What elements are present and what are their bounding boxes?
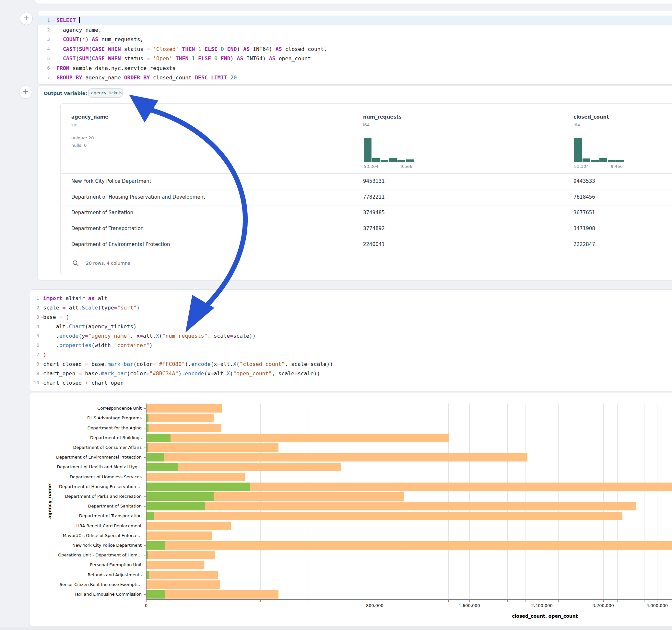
table-cell: New York City Police Department (71, 178, 151, 184)
gridline (507, 404, 508, 599)
table-cell: Department of Sanitation (71, 210, 133, 216)
y-tick (144, 585, 146, 585)
y-tick (144, 477, 146, 477)
x-tick (670, 600, 670, 602)
x-tick (574, 600, 574, 602)
table-cell: Department of Transportation (71, 225, 144, 232)
sql-editor[interactable]: 1⌄SELECT 2 agency_name,3 COUNT(*) AS num… (38, 15, 672, 83)
add-cell-button-top[interactable]: + (20, 12, 33, 25)
y-tick (144, 565, 146, 565)
x-tick (308, 600, 308, 602)
chart-cell: Correspondence UnitDHS Advantage Program… (29, 393, 672, 626)
altair-chart[interactable]: Correspondence UnitDHS Advantage Program… (29, 393, 672, 626)
previous-cell-edge (35, 0, 672, 4)
code-line: ) (43, 350, 672, 360)
sql-cell[interactable]: 1⌄SELECT 2 agency_name,3 COUNT(*) AS num… (37, 11, 672, 84)
line-number: 10 (31, 378, 39, 388)
output-bar-divider (38, 100, 672, 100)
y-axis-label: Department of Health and Mental Hyg… (57, 464, 142, 469)
x-tick (507, 600, 508, 602)
gridline (657, 404, 657, 599)
gridline (470, 404, 470, 599)
bar-open-count (146, 502, 205, 510)
table-cell: 9443533 (573, 178, 595, 184)
code-line: CAST(SUM(CASE WHEN status = 'Open' THEN … (56, 54, 672, 64)
x-tick (617, 600, 618, 602)
gridline (558, 404, 558, 599)
gridline (525, 404, 526, 599)
x-tick (631, 600, 631, 602)
x-tick (525, 600, 526, 602)
bar-closed-count (146, 453, 527, 461)
table-cell: 7618456 (573, 194, 595, 200)
x-axis-line (146, 599, 672, 600)
table-cell: 2240041 (363, 241, 385, 247)
x-tick (542, 600, 542, 602)
y-axis-label: Senior Citizen Rent Increase Exempti… (59, 582, 142, 587)
y-tick (144, 516, 146, 516)
output-variable-pill[interactable]: agency_tickets (88, 89, 123, 98)
python-editor[interactable]: 1import altair as alt2scale = alt.Scale(… (29, 293, 672, 389)
table-row-count: 20 rows, 4 columns (86, 261, 130, 266)
line-number: 5 (40, 54, 50, 64)
bar-closed-count (146, 434, 449, 442)
x-tick (260, 600, 261, 602)
y-tick (144, 526, 146, 526)
bar-open-count (146, 424, 148, 432)
x-tick (470, 600, 470, 602)
line-number: 1 (31, 294, 39, 303)
line-number: 7 (40, 73, 50, 83)
column-header[interactable]: closed_count (573, 114, 609, 120)
bar-closed-count (146, 532, 212, 540)
line-number: 5 (31, 331, 39, 341)
line-number: 6 (40, 64, 50, 73)
bar-closed-count (146, 443, 279, 452)
x-tick (558, 600, 558, 602)
histogram-bar (372, 158, 380, 162)
row-divider (61, 205, 672, 205)
histogram-bar (608, 160, 616, 162)
gridline (574, 404, 574, 599)
bar-open-count (146, 483, 250, 491)
column-header[interactable]: agency_name (71, 114, 109, 120)
column-meta: unique: 20 (71, 136, 94, 140)
x-tick-label: 0 (145, 603, 147, 608)
output-variable-label: Output variable: (44, 91, 87, 96)
x-tick (489, 600, 489, 602)
code-line: .properties(width="container") (43, 341, 672, 350)
x-tick-label: 800,000 (366, 603, 383, 608)
line-number: 2 (31, 303, 39, 313)
y-tick (144, 457, 146, 458)
table-cell: 3774892 (363, 225, 385, 232)
row-divider (61, 190, 672, 190)
column-header[interactable]: num_requests (363, 114, 402, 120)
hist-min-label: 53,304 (364, 164, 379, 169)
gridline (308, 404, 308, 599)
code-line: import altair as alt (43, 294, 672, 303)
add-cell-button-output[interactable]: + (19, 86, 32, 98)
y-tick (144, 487, 146, 487)
y-axis-label: Department of Sanitation (88, 504, 142, 508)
x-tick-label: 1,600,000 (459, 603, 480, 608)
gridline (542, 404, 542, 599)
y-axis-label: Department of Consumer Affairs (73, 445, 142, 450)
column-type: i64 (363, 122, 369, 127)
y-axis-label: Personal Exemption Unit (90, 562, 142, 567)
x-tick (344, 600, 344, 602)
y-tick (144, 506, 146, 507)
y-tick (144, 467, 146, 467)
table-search-icon[interactable] (72, 260, 79, 266)
fold-caret-icon[interactable]: ⌄ (51, 16, 54, 25)
code-line: scale = alt.Scale(type="sqrt") (43, 303, 672, 313)
bar-open-count (146, 434, 170, 442)
result-table[interactable]: agency_namestrunique: 20nulls: 0num_requ… (60, 103, 672, 275)
histogram-bar (398, 160, 405, 162)
python-cell[interactable]: 1import altair as alt2scale = alt.Scale(… (29, 289, 672, 391)
y-tick (144, 447, 146, 448)
code-line: base = ( (43, 312, 672, 322)
gridline (260, 404, 261, 599)
histogram-bar (389, 158, 397, 162)
line-number: 3 (31, 312, 39, 322)
y-axis-label: DHS Advantage Programs (87, 415, 142, 420)
code-line: COUNT(*) AS num_requests, (56, 35, 672, 44)
